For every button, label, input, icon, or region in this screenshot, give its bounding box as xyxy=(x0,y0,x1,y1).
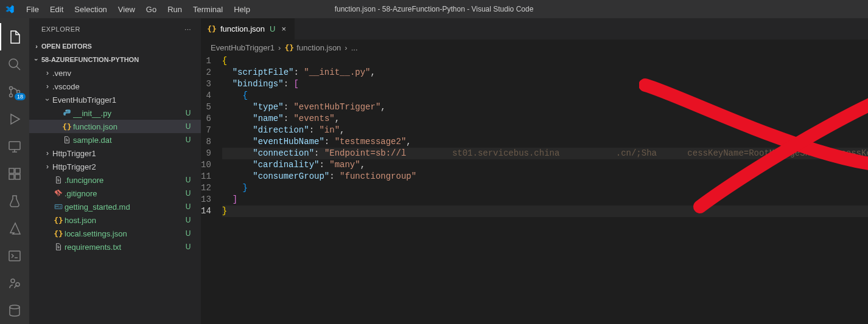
tree-label: getting_started.md xyxy=(65,202,183,212)
menu-item-view[interactable]: View xyxy=(113,0,141,18)
tree-label: HttpTrigger1 xyxy=(52,149,183,158)
project-label: 58-AZUREFUNCTION-PYTHON xyxy=(41,56,139,63)
git-status: U xyxy=(183,189,194,198)
svg-point-13 xyxy=(66,110,66,111)
tree-label: .gitignore xyxy=(65,189,183,198)
explorer-icon[interactable] xyxy=(0,23,29,50)
menu-bar: FileEditSelectionViewGoRunTerminalHelp xyxy=(21,0,256,18)
tree-label: sample.dat xyxy=(73,136,183,145)
source-control-icon[interactable]: 18 xyxy=(0,78,29,105)
database-icon[interactable] xyxy=(0,297,29,324)
svg-rect-4 xyxy=(9,142,20,150)
testing-icon[interactable] xyxy=(0,187,29,215)
sidebar-header: EXPLORER ··· xyxy=(29,18,201,40)
file-function-json[interactable]: {}function.jsonU xyxy=(29,120,201,133)
azure-icon[interactable] xyxy=(0,215,29,242)
title-bar: FileEditSelectionViewGoRunTerminalHelp f… xyxy=(0,0,868,18)
editor-tabs: {} function.json U × xyxy=(201,18,868,40)
file---init---py[interactable]: __init__.pyU xyxy=(29,106,201,120)
git-status: U xyxy=(183,243,194,251)
file-sample-dat[interactable]: sample.datU xyxy=(29,133,201,146)
tree-label: function.json xyxy=(73,122,183,131)
tab-git-status: U xyxy=(270,24,275,33)
python-icon xyxy=(63,109,71,117)
tree-label: HttpTrigger2 xyxy=(52,162,183,171)
sidebar-more-icon[interactable]: ··· xyxy=(184,26,191,33)
menu-item-help[interactable]: Help xyxy=(228,0,256,18)
folder--vscode[interactable]: ›.vscode xyxy=(29,80,201,93)
svg-rect-5 xyxy=(9,168,14,173)
code-editor[interactable]: 1234567891011121314 { "scriptFile": "__i… xyxy=(201,55,868,324)
editor-area: {} function.json U × EventHubTrigger1 › … xyxy=(201,18,868,324)
open-editors-section[interactable]: › OPEN EDITORS xyxy=(29,40,201,53)
tree-label: local.settings.json xyxy=(65,229,183,238)
file-icon xyxy=(63,136,71,144)
chevron-down-icon: › xyxy=(43,95,52,105)
breadcrumb[interactable]: EventHubTrigger1 › {} function.json › ..… xyxy=(201,40,868,55)
menu-item-selection[interactable]: Selection xyxy=(69,0,112,18)
markdown-icon xyxy=(54,202,63,211)
file-local-settings-json[interactable]: {}local.settings.jsonU xyxy=(29,227,201,240)
file-requirements-txt[interactable]: requirements.txtU xyxy=(29,240,201,253)
json-icon: {} xyxy=(284,43,294,52)
file-getting-started-md[interactable]: getting_started.mdU xyxy=(29,200,201,213)
svg-point-12 xyxy=(10,305,19,309)
folder--venv[interactable]: ›.venv xyxy=(29,66,201,80)
search-icon[interactable] xyxy=(0,50,29,78)
folder-httptrigger2[interactable]: ›HttpTrigger2 xyxy=(29,160,201,173)
breadcrumb-part[interactable]: ... xyxy=(351,43,358,52)
open-editors-label: OPEN EDITORS xyxy=(41,43,92,50)
svg-rect-6 xyxy=(15,168,20,173)
menu-item-file[interactable]: File xyxy=(21,0,44,18)
remote-explorer-icon[interactable] xyxy=(0,133,29,160)
menu-item-go[interactable]: Go xyxy=(141,0,162,18)
file--gitignore[interactable]: .gitignoreU xyxy=(29,187,201,200)
vscode-logo-icon xyxy=(5,4,15,14)
json-icon: {} xyxy=(54,229,63,238)
file-host-json[interactable]: {}host.jsonU xyxy=(29,213,201,227)
svg-rect-9 xyxy=(9,251,20,261)
svg-point-0 xyxy=(9,59,18,67)
chevron-right-icon: › xyxy=(43,162,52,171)
svg-point-1 xyxy=(10,86,13,89)
tree-label: .vscode xyxy=(52,82,183,91)
git-status: U xyxy=(183,229,194,238)
git-status: U xyxy=(183,202,194,211)
chevron-right-icon: › xyxy=(278,43,281,52)
folder-eventhubtrigger1[interactable]: ›EventHubTrigger1 xyxy=(29,93,201,106)
file-icon xyxy=(54,243,63,251)
git-status: U xyxy=(183,122,194,131)
live-share-icon[interactable] xyxy=(0,269,29,297)
activity-bar: 18 xyxy=(0,18,29,324)
run-debug-icon[interactable] xyxy=(0,105,29,133)
terminal-panel-icon[interactable] xyxy=(0,242,29,269)
window-title: function.json - 58-AzureFunction-Python … xyxy=(335,5,534,13)
scm-badge: 18 xyxy=(15,93,26,100)
git-status: U xyxy=(183,216,194,224)
chevron-right-icon: › xyxy=(43,149,52,157)
menu-item-edit[interactable]: Edit xyxy=(44,0,69,18)
file-icon xyxy=(54,176,63,184)
code-content[interactable]: { "scriptFile": "__init__.py", "bindings… xyxy=(222,55,868,324)
git-icon xyxy=(54,189,63,198)
tab-function-json[interactable]: {} function.json U × xyxy=(201,18,295,40)
file--funcignore[interactable]: .funcignoreU xyxy=(29,173,201,187)
folder-httptrigger1[interactable]: ›HttpTrigger1 xyxy=(29,146,201,160)
json-icon: {} xyxy=(207,24,217,33)
menu-item-run[interactable]: Run xyxy=(162,0,187,18)
menu-item-terminal[interactable]: Terminal xyxy=(187,0,228,18)
project-section[interactable]: › 58-AZUREFUNCTION-PYTHON xyxy=(29,53,201,66)
chevron-right-icon: › xyxy=(43,69,52,77)
close-icon[interactable]: × xyxy=(279,24,289,33)
svg-rect-7 xyxy=(9,174,14,179)
json-icon: {} xyxy=(54,216,63,225)
tree-label: .venv xyxy=(52,69,183,78)
tree-label: host.json xyxy=(65,216,183,225)
breadcrumb-part[interactable]: function.json xyxy=(296,43,341,52)
extensions-icon[interactable] xyxy=(0,160,29,187)
tree-label: EventHubTrigger1 xyxy=(52,95,183,105)
sidebar-title: EXPLORER xyxy=(41,26,80,33)
chevron-right-icon: › xyxy=(32,43,41,50)
json-icon: {} xyxy=(62,122,72,131)
breadcrumb-part[interactable]: EventHubTrigger1 xyxy=(211,43,275,52)
